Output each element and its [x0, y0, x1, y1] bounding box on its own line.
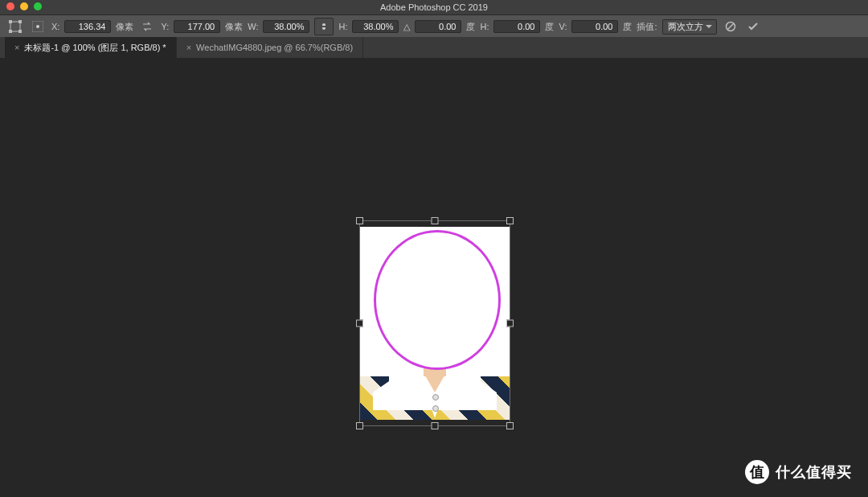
transform-tool-icon	[6, 18, 24, 35]
svg-rect-2	[18, 20, 22, 23]
app-title: Adobe Photoshop CC 2019	[380, 2, 488, 12]
document-tab-bar: × 未标题-1 @ 100% (图层 1, RGB/8) * × WechatI…	[0, 37, 868, 59]
h-input[interactable]: 38.00%	[352, 20, 399, 33]
watermark-text: 什么值得买	[776, 462, 852, 482]
close-window-button[interactable]	[6, 2, 14, 10]
check-icon	[747, 21, 759, 32]
transform-outline	[359, 220, 510, 426]
skew-h-unit: 度	[545, 21, 554, 33]
transform-handle-mr[interactable]	[506, 320, 514, 327]
x-input[interactable]: 136.34	[64, 20, 111, 33]
document-tab-label: WechatIMG4880.jpeg @ 66.7%(RGB/8)	[196, 43, 353, 52]
transform-handle-tl[interactable]	[356, 217, 363, 224]
title-bar: Adobe Photoshop CC 2019	[0, 0, 868, 14]
canvas-area[interactable]	[0, 58, 868, 497]
transform-handle-bc[interactable]	[432, 422, 439, 429]
transform-handle-tc[interactable]	[432, 217, 439, 224]
svg-rect-1	[9, 20, 12, 23]
svg-line-8	[727, 23, 734, 30]
y-label: Y:	[161, 22, 169, 31]
watermark-badge: 值	[745, 460, 769, 484]
svg-rect-3	[9, 30, 12, 33]
watermark: 值 什么值得买	[745, 460, 852, 484]
cancel-icon	[725, 21, 736, 32]
y-unit: 像素	[225, 21, 243, 33]
cancel-transform-button[interactable]	[722, 18, 739, 35]
x-label: X:	[51, 22, 59, 31]
w-input[interactable]: 38.00%	[263, 20, 309, 33]
close-tab-icon[interactable]: ×	[186, 43, 191, 52]
transform-handle-ml[interactable]	[356, 320, 363, 327]
document-tab[interactable]: × 未标题-1 @ 100% (图层 1, RGB/8) *	[5, 37, 177, 58]
minimize-window-button[interactable]	[20, 2, 28, 10]
interp-label: 插值:	[637, 21, 657, 33]
transform-handle-tr[interactable]	[506, 217, 514, 224]
maximize-window-button[interactable]	[34, 2, 42, 10]
angle-unit: 度	[466, 21, 475, 33]
h-label: H:	[338, 22, 347, 31]
angle-input[interactable]: 0.00	[415, 20, 461, 33]
svg-point-6	[36, 25, 39, 28]
skew-v-label: V:	[559, 22, 567, 31]
skew-v-input[interactable]: 0.00	[571, 20, 618, 33]
commit-transform-button[interactable]	[744, 18, 762, 35]
link-icon	[319, 22, 329, 31]
angle-label: △	[403, 22, 410, 32]
y-input[interactable]: 177.00	[174, 20, 220, 33]
link-wh-button[interactable]	[314, 18, 334, 35]
skew-h-input[interactable]: 0.00	[493, 20, 540, 33]
skew-h-label: H:	[480, 22, 489, 31]
w-label: W:	[248, 22, 258, 31]
reference-point-icon[interactable]	[29, 18, 47, 35]
document-tab[interactable]: × WechatIMG4880.jpeg @ 66.7%(RGB/8)	[177, 37, 363, 58]
close-tab-icon[interactable]: ×	[14, 43, 19, 52]
document-tab-label: 未标题-1 @ 100% (图层 1, RGB/8) *	[24, 42, 166, 54]
transform-handle-br[interactable]	[506, 422, 514, 429]
options-bar: X: 136.34 像素 Y: 177.00 像素 W: 38.00% H: 3…	[0, 14, 868, 39]
svg-rect-4	[18, 30, 22, 33]
swap-xy-icon[interactable]	[138, 18, 156, 35]
transform-handle-bl[interactable]	[356, 422, 363, 429]
interpolation-dropdown[interactable]: 两次立方	[662, 19, 717, 35]
x-unit: 像素	[116, 21, 133, 33]
free-transform-box[interactable]	[359, 220, 510, 426]
window-controls	[6, 2, 42, 10]
skew-v-unit: 度	[623, 21, 632, 33]
